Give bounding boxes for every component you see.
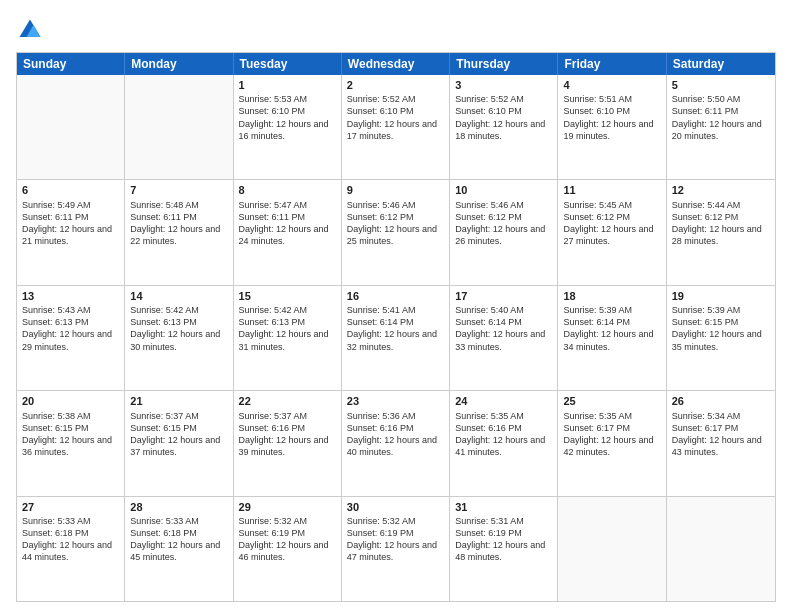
day-number: 24 <box>455 394 552 408</box>
day-info: Sunrise: 5:42 AM Sunset: 6:13 PM Dayligh… <box>130 304 227 353</box>
day-cell-4: 4Sunrise: 5:51 AM Sunset: 6:10 PM Daylig… <box>558 75 666 179</box>
empty-cell <box>558 497 666 601</box>
day-cell-18: 18Sunrise: 5:39 AM Sunset: 6:14 PM Dayli… <box>558 286 666 390</box>
day-info: Sunrise: 5:35 AM Sunset: 6:17 PM Dayligh… <box>563 410 660 459</box>
day-cell-2: 2Sunrise: 5:52 AM Sunset: 6:10 PM Daylig… <box>342 75 450 179</box>
day-number: 22 <box>239 394 336 408</box>
calendar-body: 1Sunrise: 5:53 AM Sunset: 6:10 PM Daylig… <box>17 75 775 601</box>
calendar-row-3: 13Sunrise: 5:43 AM Sunset: 6:13 PM Dayli… <box>17 285 775 390</box>
day-info: Sunrise: 5:50 AM Sunset: 6:11 PM Dayligh… <box>672 93 770 142</box>
day-number: 2 <box>347 78 444 92</box>
header-day-saturday: Saturday <box>667 53 775 75</box>
day-cell-12: 12Sunrise: 5:44 AM Sunset: 6:12 PM Dayli… <box>667 180 775 284</box>
day-cell-16: 16Sunrise: 5:41 AM Sunset: 6:14 PM Dayli… <box>342 286 450 390</box>
day-info: Sunrise: 5:35 AM Sunset: 6:16 PM Dayligh… <box>455 410 552 459</box>
page: SundayMondayTuesdayWednesdayThursdayFrid… <box>0 0 792 612</box>
day-info: Sunrise: 5:52 AM Sunset: 6:10 PM Dayligh… <box>455 93 552 142</box>
day-info: Sunrise: 5:44 AM Sunset: 6:12 PM Dayligh… <box>672 199 770 248</box>
day-cell-13: 13Sunrise: 5:43 AM Sunset: 6:13 PM Dayli… <box>17 286 125 390</box>
day-number: 29 <box>239 500 336 514</box>
day-number: 15 <box>239 289 336 303</box>
day-info: Sunrise: 5:53 AM Sunset: 6:10 PM Dayligh… <box>239 93 336 142</box>
day-info: Sunrise: 5:46 AM Sunset: 6:12 PM Dayligh… <box>455 199 552 248</box>
day-cell-29: 29Sunrise: 5:32 AM Sunset: 6:19 PM Dayli… <box>234 497 342 601</box>
header-day-sunday: Sunday <box>17 53 125 75</box>
logo-icon <box>16 16 44 44</box>
day-number: 16 <box>347 289 444 303</box>
day-cell-1: 1Sunrise: 5:53 AM Sunset: 6:10 PM Daylig… <box>234 75 342 179</box>
day-info: Sunrise: 5:43 AM Sunset: 6:13 PM Dayligh… <box>22 304 119 353</box>
day-info: Sunrise: 5:51 AM Sunset: 6:10 PM Dayligh… <box>563 93 660 142</box>
day-number: 23 <box>347 394 444 408</box>
day-cell-20: 20Sunrise: 5:38 AM Sunset: 6:15 PM Dayli… <box>17 391 125 495</box>
day-number: 9 <box>347 183 444 197</box>
day-cell-30: 30Sunrise: 5:32 AM Sunset: 6:19 PM Dayli… <box>342 497 450 601</box>
day-info: Sunrise: 5:33 AM Sunset: 6:18 PM Dayligh… <box>130 515 227 564</box>
day-cell-21: 21Sunrise: 5:37 AM Sunset: 6:15 PM Dayli… <box>125 391 233 495</box>
day-cell-6: 6Sunrise: 5:49 AM Sunset: 6:11 PM Daylig… <box>17 180 125 284</box>
day-info: Sunrise: 5:39 AM Sunset: 6:15 PM Dayligh… <box>672 304 770 353</box>
calendar-header: SundayMondayTuesdayWednesdayThursdayFrid… <box>17 53 775 75</box>
day-info: Sunrise: 5:52 AM Sunset: 6:10 PM Dayligh… <box>347 93 444 142</box>
day-cell-5: 5Sunrise: 5:50 AM Sunset: 6:11 PM Daylig… <box>667 75 775 179</box>
header-day-friday: Friday <box>558 53 666 75</box>
day-info: Sunrise: 5:41 AM Sunset: 6:14 PM Dayligh… <box>347 304 444 353</box>
empty-cell <box>667 497 775 601</box>
day-info: Sunrise: 5:46 AM Sunset: 6:12 PM Dayligh… <box>347 199 444 248</box>
day-cell-28: 28Sunrise: 5:33 AM Sunset: 6:18 PM Dayli… <box>125 497 233 601</box>
day-number: 10 <box>455 183 552 197</box>
day-number: 5 <box>672 78 770 92</box>
day-info: Sunrise: 5:36 AM Sunset: 6:16 PM Dayligh… <box>347 410 444 459</box>
day-number: 26 <box>672 394 770 408</box>
day-number: 30 <box>347 500 444 514</box>
day-info: Sunrise: 5:38 AM Sunset: 6:15 PM Dayligh… <box>22 410 119 459</box>
day-number: 13 <box>22 289 119 303</box>
day-info: Sunrise: 5:31 AM Sunset: 6:19 PM Dayligh… <box>455 515 552 564</box>
day-number: 11 <box>563 183 660 197</box>
header-day-wednesday: Wednesday <box>342 53 450 75</box>
day-cell-26: 26Sunrise: 5:34 AM Sunset: 6:17 PM Dayli… <box>667 391 775 495</box>
day-number: 27 <box>22 500 119 514</box>
day-info: Sunrise: 5:42 AM Sunset: 6:13 PM Dayligh… <box>239 304 336 353</box>
day-number: 18 <box>563 289 660 303</box>
logo <box>16 16 48 44</box>
day-number: 8 <box>239 183 336 197</box>
day-info: Sunrise: 5:40 AM Sunset: 6:14 PM Dayligh… <box>455 304 552 353</box>
header-day-monday: Monday <box>125 53 233 75</box>
day-cell-31: 31Sunrise: 5:31 AM Sunset: 6:19 PM Dayli… <box>450 497 558 601</box>
calendar: SundayMondayTuesdayWednesdayThursdayFrid… <box>16 52 776 602</box>
day-number: 17 <box>455 289 552 303</box>
day-info: Sunrise: 5:33 AM Sunset: 6:18 PM Dayligh… <box>22 515 119 564</box>
day-cell-22: 22Sunrise: 5:37 AM Sunset: 6:16 PM Dayli… <box>234 391 342 495</box>
calendar-row-4: 20Sunrise: 5:38 AM Sunset: 6:15 PM Dayli… <box>17 390 775 495</box>
day-number: 4 <box>563 78 660 92</box>
day-cell-3: 3Sunrise: 5:52 AM Sunset: 6:10 PM Daylig… <box>450 75 558 179</box>
day-cell-11: 11Sunrise: 5:45 AM Sunset: 6:12 PM Dayli… <box>558 180 666 284</box>
empty-cell <box>17 75 125 179</box>
day-info: Sunrise: 5:45 AM Sunset: 6:12 PM Dayligh… <box>563 199 660 248</box>
header <box>16 16 776 44</box>
day-cell-19: 19Sunrise: 5:39 AM Sunset: 6:15 PM Dayli… <box>667 286 775 390</box>
day-info: Sunrise: 5:39 AM Sunset: 6:14 PM Dayligh… <box>563 304 660 353</box>
day-info: Sunrise: 5:47 AM Sunset: 6:11 PM Dayligh… <box>239 199 336 248</box>
day-number: 12 <box>672 183 770 197</box>
day-number: 19 <box>672 289 770 303</box>
day-cell-23: 23Sunrise: 5:36 AM Sunset: 6:16 PM Dayli… <box>342 391 450 495</box>
day-info: Sunrise: 5:37 AM Sunset: 6:16 PM Dayligh… <box>239 410 336 459</box>
day-cell-14: 14Sunrise: 5:42 AM Sunset: 6:13 PM Dayli… <box>125 286 233 390</box>
day-number: 21 <box>130 394 227 408</box>
day-cell-9: 9Sunrise: 5:46 AM Sunset: 6:12 PM Daylig… <box>342 180 450 284</box>
day-number: 31 <box>455 500 552 514</box>
day-cell-27: 27Sunrise: 5:33 AM Sunset: 6:18 PM Dayli… <box>17 497 125 601</box>
day-number: 20 <box>22 394 119 408</box>
day-number: 25 <box>563 394 660 408</box>
day-number: 28 <box>130 500 227 514</box>
day-cell-17: 17Sunrise: 5:40 AM Sunset: 6:14 PM Dayli… <box>450 286 558 390</box>
day-cell-10: 10Sunrise: 5:46 AM Sunset: 6:12 PM Dayli… <box>450 180 558 284</box>
day-cell-7: 7Sunrise: 5:48 AM Sunset: 6:11 PM Daylig… <box>125 180 233 284</box>
day-info: Sunrise: 5:49 AM Sunset: 6:11 PM Dayligh… <box>22 199 119 248</box>
day-info: Sunrise: 5:34 AM Sunset: 6:17 PM Dayligh… <box>672 410 770 459</box>
empty-cell <box>125 75 233 179</box>
day-number: 7 <box>130 183 227 197</box>
day-number: 3 <box>455 78 552 92</box>
